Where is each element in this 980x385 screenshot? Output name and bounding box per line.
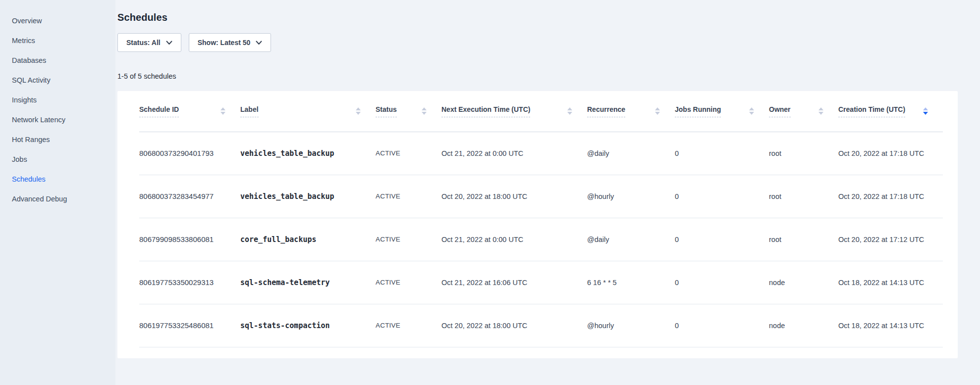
sort-asc-arrow-icon — [220, 107, 225, 110]
sidebar-item-label: Network Latency — [12, 116, 65, 124]
cell-label: core_full_backups — [240, 218, 376, 261]
cell-jobs-running: 0 — [675, 304, 769, 347]
column-header-creation-time-utc[interactable]: Creation Time (UTC) — [838, 91, 943, 132]
cell-creation-time-utc: Oct 20, 2022 at 17:18 UTC — [838, 175, 943, 218]
sidebar-item-advanced-debug[interactable]: Advanced Debug — [0, 189, 115, 209]
cell-status: ACTIVE — [376, 132, 441, 175]
table-body: 806800373290401793vehicles_table_backupA… — [139, 132, 943, 347]
cell-recurrence: @daily — [587, 132, 675, 175]
sort-desc-arrow-icon — [567, 112, 572, 115]
cell-schedule-id: 806197753350029313 — [139, 261, 240, 304]
cell-jobs-running: 0 — [675, 261, 769, 304]
sort-arrows-icon — [567, 107, 572, 115]
sidebar-item-network-latency[interactable]: Network Latency — [0, 110, 115, 130]
status-filter-dropdown[interactable]: Status: All — [117, 33, 181, 52]
cell-status: ACTIVE — [376, 304, 441, 347]
table-row: 806197753325486081sql-stats-compactionAC… — [139, 304, 943, 347]
sort-arrows-icon — [356, 107, 361, 115]
sidebar-item-label: Schedules — [12, 175, 46, 183]
column-header-label: Schedule ID — [139, 105, 179, 117]
sort-asc-arrow-icon — [655, 107, 660, 110]
results-count: 1-5 of 5 schedules — [117, 72, 958, 81]
column-header-label[interactable]: Label — [240, 91, 376, 132]
table-row: 806799098533806081core_full_backupsACTIV… — [139, 218, 943, 261]
cell-status: ACTIVE — [376, 261, 441, 304]
sidebar-item-metrics[interactable]: Metrics — [0, 31, 115, 50]
cell-owner: root — [769, 132, 838, 175]
cell-next-execution-time-utc: Oct 21, 2022 at 0:00 UTC — [441, 218, 587, 261]
sort-desc-arrow-icon — [356, 112, 361, 115]
column-header-schedule-id[interactable]: Schedule ID — [139, 91, 240, 132]
table-header: Schedule ID Label Status Next Execution … — [139, 91, 943, 132]
column-header-label: Recurrence — [587, 105, 625, 117]
filter-bar: Status: All Show: Latest 50 — [117, 33, 958, 52]
column-header-status[interactable]: Status — [376, 91, 441, 132]
show-filter-dropdown[interactable]: Show: Latest 50 — [189, 33, 272, 52]
sort-arrows-icon — [818, 107, 823, 115]
column-header-label: Owner — [769, 105, 791, 117]
sidebar-item-sql-activity[interactable]: SQL Activity — [0, 70, 115, 90]
cell-next-execution-time-utc: Oct 20, 2022 at 18:00 UTC — [441, 175, 587, 218]
cell-label: sql-stats-compaction — [240, 304, 376, 347]
cell-creation-time-utc: Oct 20, 2022 at 17:12 UTC — [838, 218, 943, 261]
sidebar-nav-list: OverviewMetricsDatabasesSQL ActivityInsi… — [0, 0, 115, 209]
table-header-row: Schedule ID Label Status Next Execution … — [139, 91, 943, 132]
column-header-next-execution-time-utc[interactable]: Next Execution Time (UTC) — [441, 91, 587, 132]
main-content: Schedules Status: All Show: Latest 50 1-… — [115, 0, 980, 385]
sidebar-item-label: Overview — [12, 17, 42, 25]
sort-asc-arrow-icon — [422, 107, 427, 110]
cell-schedule-id: 806800373290401793 — [139, 132, 240, 175]
cell-label: sql-schema-telemetry — [240, 261, 376, 304]
schedules-table-card: Schedule ID Label Status Next Execution … — [117, 91, 958, 358]
cell-owner: root — [769, 218, 838, 261]
cell-schedule-id: 806800373283454977 — [139, 175, 240, 218]
sidebar-item-hot-ranges[interactable]: Hot Ranges — [0, 130, 115, 149]
column-header-recurrence[interactable]: Recurrence — [587, 91, 675, 132]
column-header-label: Creation Time (UTC) — [838, 105, 905, 117]
sort-arrows-icon — [749, 107, 754, 115]
column-header-label: Status — [376, 105, 397, 117]
sidebar-item-label: Insights — [12, 96, 37, 104]
cell-owner: node — [769, 261, 838, 304]
sort-desc-arrow-icon — [220, 112, 225, 115]
cell-label: vehicles_table_backup — [240, 175, 376, 218]
sort-asc-arrow-icon — [923, 107, 928, 110]
column-header-jobs-running[interactable]: Jobs Running — [675, 91, 769, 132]
sort-asc-arrow-icon — [818, 107, 823, 110]
cell-jobs-running: 0 — [675, 218, 769, 261]
cell-creation-time-utc: Oct 20, 2022 at 17:18 UTC — [838, 132, 943, 175]
sort-arrows-icon — [923, 107, 928, 115]
sidebar-item-label: Hot Ranges — [12, 136, 50, 144]
cell-schedule-id: 806799098533806081 — [139, 218, 240, 261]
cell-status: ACTIVE — [376, 218, 441, 261]
sort-arrows-icon — [655, 107, 660, 115]
cell-jobs-running: 0 — [675, 175, 769, 218]
sidebar-item-databases[interactable]: Databases — [0, 50, 115, 70]
cell-recurrence: @hourly — [587, 304, 675, 347]
sort-desc-arrow-icon — [655, 112, 660, 115]
chevron-down-icon — [166, 41, 172, 45]
column-header-label: Label — [240, 105, 259, 117]
cell-jobs-running: 0 — [675, 132, 769, 175]
sidebar-item-insights[interactable]: Insights — [0, 90, 115, 110]
sidebar-item-label: Databases — [12, 56, 46, 64]
sort-asc-arrow-icon — [356, 107, 361, 110]
table-row: 806800373283454977vehicles_table_backupA… — [139, 175, 943, 218]
cell-recurrence: @hourly — [587, 175, 675, 218]
column-header-owner[interactable]: Owner — [769, 91, 838, 132]
sort-asc-arrow-icon — [567, 107, 572, 110]
sidebar-item-schedules[interactable]: Schedules — [0, 169, 115, 189]
cell-next-execution-time-utc: Oct 20, 2022 at 18:00 UTC — [441, 304, 587, 347]
status-filter-label: Status: All — [126, 39, 161, 47]
cell-recurrence: @daily — [587, 218, 675, 261]
show-filter-label: Show: Latest 50 — [198, 39, 251, 47]
cell-schedule-id: 806197753325486081 — [139, 304, 240, 347]
sort-arrows-icon — [422, 107, 427, 115]
column-header-label: Next Execution Time (UTC) — [441, 105, 530, 117]
sort-asc-arrow-icon — [749, 107, 754, 110]
sidebar-item-overview[interactable]: Overview — [0, 11, 115, 31]
sidebar-item-jobs[interactable]: Jobs — [0, 149, 115, 169]
column-header-label: Jobs Running — [675, 105, 721, 117]
sidebar-item-label: Metrics — [12, 37, 35, 45]
table-row: 806800373290401793vehicles_table_backupA… — [139, 132, 943, 175]
